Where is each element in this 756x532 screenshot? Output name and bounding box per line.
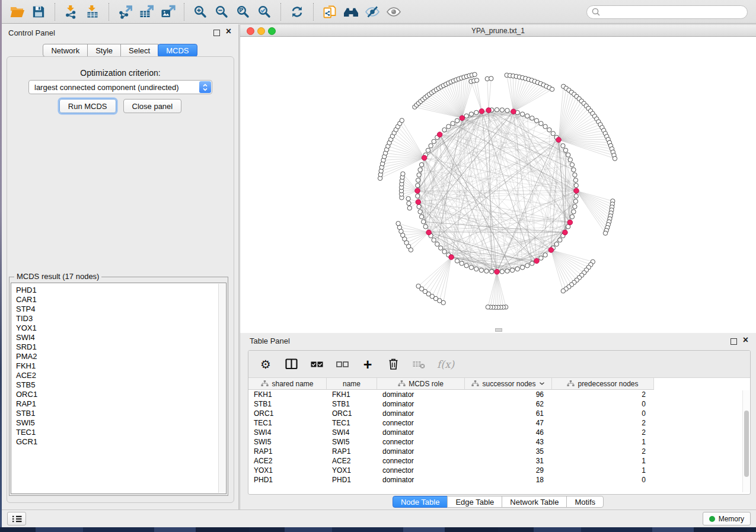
table-row[interactable]: FKH1FKH1dominator962: [248, 390, 742, 399]
tab-style[interactable]: Style: [87, 44, 121, 57]
table-cell: connector: [377, 456, 465, 466]
table-row[interactable]: STB1STB1dominator620: [248, 399, 742, 409]
toolbar-separator: [313, 3, 314, 21]
mcds-result-title: MCDS result (17 nodes): [14, 272, 101, 281]
tab-motifs[interactable]: Motifs: [566, 496, 604, 508]
table-cell: 1: [552, 437, 654, 447]
deselect-all-icon[interactable]: [335, 356, 349, 373]
mcds-result-item[interactable]: RAP1: [11, 399, 218, 409]
search-input[interactable]: [586, 5, 748, 19]
first-neighbors-button[interactable]: [340, 2, 362, 21]
zoom-fit-button[interactable]: [232, 2, 254, 21]
task-history-button[interactable]: [7, 512, 26, 525]
delete-table-icon: [412, 356, 426, 373]
mcds-result-item[interactable]: CAR1: [11, 295, 218, 305]
tab-network-table[interactable]: Network Table: [502, 496, 567, 508]
table-row[interactable]: YOX1YOX1connector291: [248, 466, 742, 475]
mcds-result-item[interactable]: STB5: [11, 380, 218, 390]
mcds-result-item[interactable]: YOX1: [11, 323, 218, 333]
column-chooser-icon[interactable]: [284, 356, 298, 373]
mcds-result-item[interactable]: SWI5: [11, 418, 218, 428]
splitter-handle[interactable]: [495, 328, 502, 332]
hierarchy-icon: [567, 380, 575, 387]
column-header-MCDS-role[interactable]: MCDS role: [377, 378, 465, 390]
table-row[interactable]: TEC1TEC1connector472: [248, 418, 742, 428]
table-cell: PHD1: [327, 475, 377, 485]
mcds-result-item[interactable]: SRD1: [11, 342, 218, 352]
table-header-row: shared namenameMCDS rolesuccessor nodesp…: [248, 378, 742, 390]
mcds-result-item[interactable]: GCR1: [11, 437, 218, 447]
tab-edge-table[interactable]: Edge Table: [447, 496, 502, 508]
clone-network-button[interactable]: [319, 2, 340, 21]
close-table-panel-icon[interactable]: ×: [743, 334, 748, 346]
network-canvas[interactable]: [240, 37, 756, 333]
table-row[interactable]: SWI4SWI4dominator462: [248, 428, 742, 437]
mcds-result-item[interactable]: FKH1: [11, 361, 218, 371]
export-network-button[interactable]: [114, 2, 136, 21]
zoom-selected-button[interactable]: [254, 2, 275, 21]
network-window-titlebar[interactable]: YPA_prune.txt_1: [240, 24, 756, 37]
column-header-shared-name[interactable]: shared name: [248, 378, 327, 390]
mcds-result-item[interactable]: PMA2: [11, 352, 218, 361]
table-cell: ORC1: [248, 409, 327, 418]
table-cell: 31: [465, 456, 552, 466]
close-panel-button[interactable]: Close panel: [123, 99, 182, 113]
table-cell: STB1: [248, 399, 327, 409]
tab-node-table[interactable]: Node Table: [393, 496, 448, 508]
table-settings-icon[interactable]: ⚙: [259, 356, 273, 373]
mcds-result-item[interactable]: TID3: [11, 314, 218, 323]
mcds-result-item[interactable]: ORC1: [11, 390, 218, 399]
close-panel-icon[interactable]: ×: [226, 25, 231, 37]
delete-entry-icon[interactable]: [386, 356, 400, 373]
table-panel: Table Panel × ⚙+f(x) shared namenameMCDS…: [240, 333, 756, 509]
zoom-out-button[interactable]: [211, 2, 232, 21]
select-all-icon[interactable]: [310, 356, 324, 373]
mcds-result-item[interactable]: STP4: [11, 305, 218, 314]
table-cell: dominator: [377, 409, 465, 418]
status-bar: Memory: [2, 509, 756, 527]
memory-button[interactable]: Memory: [703, 512, 751, 525]
mcds-result-scrollbar[interactable]: [218, 284, 225, 493]
table-row[interactable]: PHD1PHD1dominator180: [248, 475, 742, 485]
mcds-result-item[interactable]: PHD1: [11, 286, 218, 295]
hide-selected-button[interactable]: [362, 2, 383, 21]
table-row[interactable]: ORC1ORC1dominator610: [248, 409, 742, 418]
float-table-panel-icon[interactable]: [731, 338, 737, 345]
tab-network[interactable]: Network: [43, 44, 88, 57]
table-scrollbar[interactable]: [742, 390, 749, 492]
open-session-button[interactable]: [7, 2, 28, 21]
show-all-button[interactable]: [383, 2, 404, 21]
float-panel-icon[interactable]: [213, 30, 220, 36]
tab-mcds[interactable]: MCDS: [158, 44, 197, 57]
column-header-predecessor-nodes[interactable]: predecessor nodes: [552, 378, 654, 390]
tab-select[interactable]: Select: [120, 44, 158, 57]
mcds-result-item[interactable]: SWI4: [11, 333, 218, 342]
refresh-layout-button[interactable]: [286, 2, 308, 21]
zoom-in-button[interactable]: [190, 2, 211, 21]
table-cell: TEC1: [327, 418, 377, 428]
table-row[interactable]: ACE2ACE2connector311: [248, 456, 742, 466]
add-entry-icon[interactable]: +: [361, 356, 375, 373]
run-mcds-button[interactable]: Run MCDS: [59, 99, 116, 113]
table-cell: TEC1: [248, 418, 327, 428]
table-cell: 0: [552, 399, 654, 409]
toolbar-separator: [109, 3, 109, 21]
export-table-button[interactable]: [136, 2, 157, 21]
column-label: predecessor nodes: [578, 380, 638, 388]
column-header-successor-nodes[interactable]: successor nodes: [465, 378, 552, 390]
column-header-name[interactable]: name: [327, 378, 377, 390]
table-cell: YOX1: [248, 466, 327, 475]
table-cell: STB1: [327, 399, 377, 409]
export-image-button[interactable]: [157, 2, 178, 21]
import-table-button[interactable]: [82, 2, 103, 21]
mcds-result-item[interactable]: STB1: [11, 409, 218, 418]
mcds-result-item[interactable]: ACE2: [11, 371, 218, 380]
table-row[interactable]: SWI5SWI5connector431: [248, 437, 742, 447]
criterion-dropdown[interactable]: largest connected component (undirected): [28, 80, 212, 94]
table-row[interactable]: RAP1RAP1dominator352: [248, 447, 742, 456]
mcds-result-item[interactable]: TEC1: [11, 428, 218, 437]
mcds-result-list[interactable]: PHD1CAR1STP4TID3YOX1SWI4SRD1PMA2FKH1ACE2…: [11, 283, 227, 494]
save-session-button[interactable]: [28, 2, 49, 21]
table-scrollbar-thumb[interactable]: [744, 411, 749, 477]
import-network-button[interactable]: [60, 2, 82, 21]
